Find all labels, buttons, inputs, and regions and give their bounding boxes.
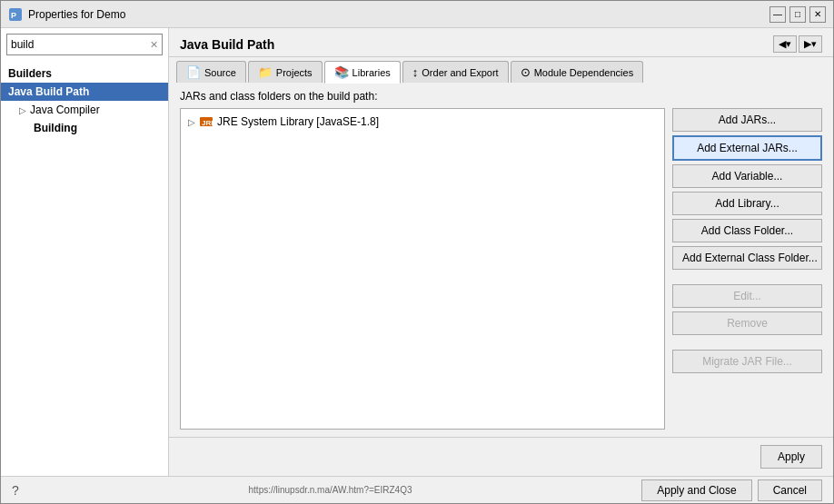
source-tab-icon: 📄 — [186, 65, 201, 79]
tab-libraries[interactable]: 📚 Libraries — [324, 61, 401, 84]
nav-arrows: ◀ ▾ ▶ ▾ — [773, 35, 822, 53]
java-compiler-label: Java Compiler — [30, 104, 100, 116]
buttons-panel: Add JARs... Add External JARs... Add Var… — [672, 108, 822, 430]
projects-tab-label: Projects — [276, 67, 313, 78]
status-url: https://linupsdr.n.ma/AW.htm?=EIRZ4Q3 — [249, 485, 412, 495]
libraries-tree[interactable]: ▷ JRE JRE System Library [JavaSE-1.8] — [180, 108, 665, 430]
main-panel: Java Build Path ◀ ▾ ▶ ▾ 📄 Source — [169, 28, 833, 476]
building-label: Building — [34, 122, 77, 134]
order-tab-icon: ↕ — [412, 65, 419, 79]
status-bar: ? https://linupsdr.n.ma/AW.htm?=EIRZ4Q3 … — [1, 476, 833, 503]
window-icon: P — [8, 7, 23, 22]
libraries-tab-icon: 📚 — [334, 65, 349, 79]
panel-title: Java Build Path — [180, 37, 274, 52]
search-input[interactable] — [11, 38, 150, 51]
add-jars-button[interactable]: Add JARs... — [672, 108, 822, 132]
build-path-area: ▷ JRE JRE System Library [JavaSE-1.8] — [180, 108, 822, 430]
projects-tab-icon: 📁 — [258, 65, 273, 79]
add-variable-button[interactable]: Add Variable... — [672, 164, 822, 188]
panel-body: JARs and class folders on the build path… — [169, 83, 833, 437]
libraries-tab-label: Libraries — [352, 67, 391, 78]
tab-source[interactable]: 📄 Source — [176, 61, 246, 83]
btn-spacer — [672, 273, 822, 281]
close-button[interactable]: ✕ — [809, 6, 826, 23]
sidebar-tree: Builders Java Build Path ▷ Java Compiler… — [1, 61, 168, 476]
title-bar: P Properties for Demo — □ ✕ — [1, 1, 833, 28]
sidebar: ✕ Builders Java Build Path ▷ Java Compil… — [1, 28, 169, 476]
add-class-folder-button[interactable]: Add Class Folder... — [672, 219, 822, 242]
forward-arrow-icon: ▶ — [804, 38, 811, 50]
migrate-jar-button[interactable]: Migrate JAR File... — [672, 350, 822, 373]
apply-button[interactable]: Apply — [760, 445, 822, 469]
cancel-button[interactable]: Cancel — [758, 479, 822, 501]
expand-arrow-icon: ▷ — [19, 105, 26, 115]
footer: Apply — [169, 437, 833, 476]
sidebar-item-java-build-path[interactable]: Java Build Path — [1, 83, 168, 101]
tab-module-deps[interactable]: ⊙ Module Dependencies — [511, 61, 643, 83]
java-build-path-label: Java Build Path — [8, 85, 89, 98]
module-tab-label: Module Dependencies — [534, 67, 633, 78]
module-tab-icon: ⊙ — [521, 65, 531, 79]
remove-button[interactable]: Remove — [672, 311, 822, 335]
jars-label: JARs and class folders on the build path… — [180, 90, 822, 103]
forward-dropdown-icon: ▾ — [811, 38, 817, 50]
window-title: Properties for Demo — [28, 8, 769, 21]
tab-order-export[interactable]: ↕ Order and Export — [402, 61, 509, 83]
add-library-button[interactable]: Add Library... — [672, 192, 822, 215]
jre-label: JRE System Library [JavaSE-1.8] — [217, 115, 379, 128]
edit-button[interactable]: Edit... — [672, 284, 822, 308]
content-area: ✕ Builders Java Build Path ▷ Java Compil… — [1, 28, 833, 476]
nav-forward-button[interactable]: ▶ ▾ — [799, 35, 822, 53]
tab-projects[interactable]: 📁 Projects — [248, 61, 323, 83]
clear-icon[interactable]: ✕ — [150, 39, 158, 51]
panel-header: Java Build Path ◀ ▾ ▶ ▾ — [169, 28, 833, 57]
sidebar-item-builders[interactable]: Builders — [1, 64, 168, 83]
back-dropdown-icon: ▾ — [786, 38, 791, 50]
svg-text:JRE: JRE — [202, 119, 213, 127]
sidebar-item-java-compiler[interactable]: ▷ Java Compiler — [1, 101, 168, 119]
jre-system-item[interactable]: ▷ JRE JRE System Library [JavaSE-1.8] — [184, 113, 660, 131]
help-icon[interactable]: ? — [12, 483, 19, 498]
svg-text:P: P — [11, 11, 16, 20]
add-external-jars-button[interactable]: Add External JARs... — [672, 135, 822, 161]
window-controls: — □ ✕ — [769, 6, 826, 23]
tabs-row: 📄 Source 📁 Projects 📚 Libraries ↕ Order … — [169, 57, 833, 83]
add-external-class-folder-button[interactable]: Add External Class Folder... — [672, 246, 822, 270]
bottom-buttons: Apply and Close Cancel — [641, 479, 822, 501]
maximize-button[interactable]: □ — [789, 6, 806, 23]
search-box[interactable]: ✕ — [6, 34, 163, 55]
apply-close-button[interactable]: Apply and Close — [641, 479, 751, 501]
properties-window: P Properties for Demo — □ ✕ ✕ Builders J… — [0, 0, 834, 504]
sidebar-item-building[interactable]: Building — [1, 119, 168, 137]
jre-system-icon: JRE — [199, 114, 213, 129]
source-tab-label: Source — [204, 67, 236, 78]
minimize-button[interactable]: — — [769, 6, 786, 23]
back-arrow-icon: ◀ — [779, 38, 786, 50]
jre-expand-icon: ▷ — [188, 117, 195, 127]
builders-label: Builders — [8, 67, 52, 80]
btn-spacer-2 — [672, 339, 822, 346]
order-tab-label: Order and Export — [422, 67, 498, 78]
nav-back-button[interactable]: ◀ ▾ — [773, 35, 797, 53]
